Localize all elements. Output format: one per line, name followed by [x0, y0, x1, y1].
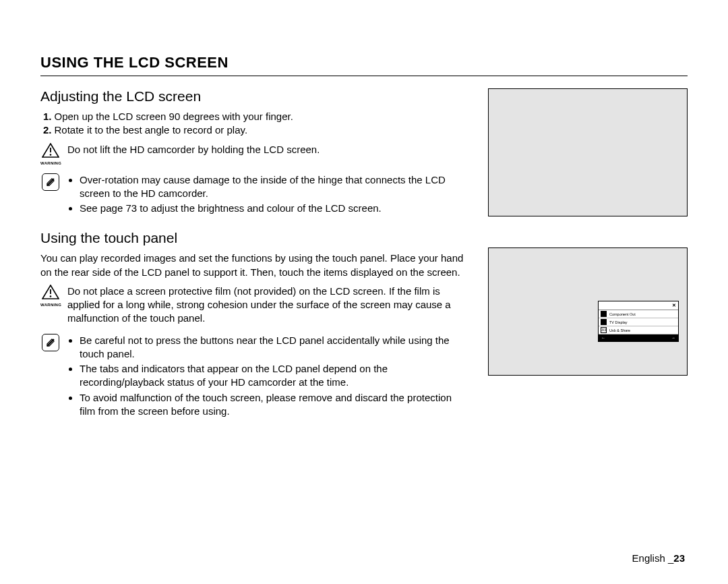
- figure-touch-panel: ✕ Component Out TV Display 3/3Usb & Shar…: [488, 247, 688, 376]
- note-list-1: Over-rotation may cause damage to the in…: [67, 173, 469, 217]
- figure-lcd-screen: [488, 88, 688, 216]
- note-1-item: Over-rotation may cause damage to the in…: [80, 173, 469, 201]
- note-1-item: See page 73 to adjust the brightness and…: [80, 202, 469, 215]
- menu-page-indicator: 3/3: [601, 327, 607, 333]
- note-block-2: Be careful not to press the buttons near…: [40, 334, 469, 420]
- menu-item-label: TV Display: [609, 320, 628, 324]
- subheading-touch: Using the touch panel: [40, 230, 469, 246]
- note-2-item: To avoid malfunction of the touch screen…: [80, 391, 469, 419]
- footer-page: 23: [673, 552, 685, 564]
- warning-block-1: WARNING Do not lift the HD camcorder by …: [40, 143, 469, 165]
- warning-label-2: WARNING: [40, 303, 61, 307]
- footer-lang: English _: [632, 552, 674, 564]
- svg-point-5: [50, 295, 52, 297]
- menu-item-label: Component Out: [609, 312, 636, 316]
- svg-point-2: [50, 154, 52, 156]
- note-list-2: Be careful not to press the buttons near…: [67, 334, 469, 420]
- note-2-item: Be careful not to press the buttons near…: [80, 334, 469, 361]
- step-num-1: 1.: [43, 111, 52, 122]
- note-block-1: Over-rotation may cause damage to the in…: [40, 173, 469, 217]
- note-icon: [42, 173, 59, 191]
- warning-icon: [42, 285, 59, 299]
- warning-icon: [42, 143, 59, 158]
- menu-item-icon: [601, 319, 607, 325]
- warning-text-2: Do not place a screen protective film (n…: [67, 285, 469, 326]
- menu-item-icon: [601, 311, 607, 317]
- menu-item-label: Usb & Share: [609, 328, 630, 332]
- subheading-adjusting: Adjusting the LCD screen: [40, 88, 469, 105]
- warning-block-2: WARNING Do not place a screen protective…: [40, 285, 469, 326]
- warning-text-1: Do not lift the HD camcorder by holding …: [67, 143, 320, 156]
- step-2-text: Rotate it to the best angle to record or…: [55, 124, 248, 136]
- page-footer: English _23: [632, 552, 685, 564]
- note-2-item: The tabs and indicators that appear on t…: [80, 362, 469, 390]
- steps-list: 1.Open up the LCD screen 90 degrees with…: [40, 110, 469, 138]
- menu-footer-right: →: [671, 336, 675, 340]
- warning-label-1: WARNING: [40, 161, 61, 165]
- menu-overlay: ✕ Component Out TV Display 3/3Usb & Shar…: [598, 301, 679, 342]
- step-num-2: 2.: [43, 124, 52, 136]
- note-icon: [42, 334, 59, 351]
- menu-footer-left: ←: [601, 336, 605, 340]
- touch-intro: You can play recorded images and set the…: [40, 252, 469, 279]
- step-1-text: Open up the LCD screen 90 degrees with y…: [55, 111, 293, 122]
- menu-header-icon: ✕: [599, 301, 678, 310]
- section-title: USING THE LCD SCREEN: [40, 54, 688, 76]
